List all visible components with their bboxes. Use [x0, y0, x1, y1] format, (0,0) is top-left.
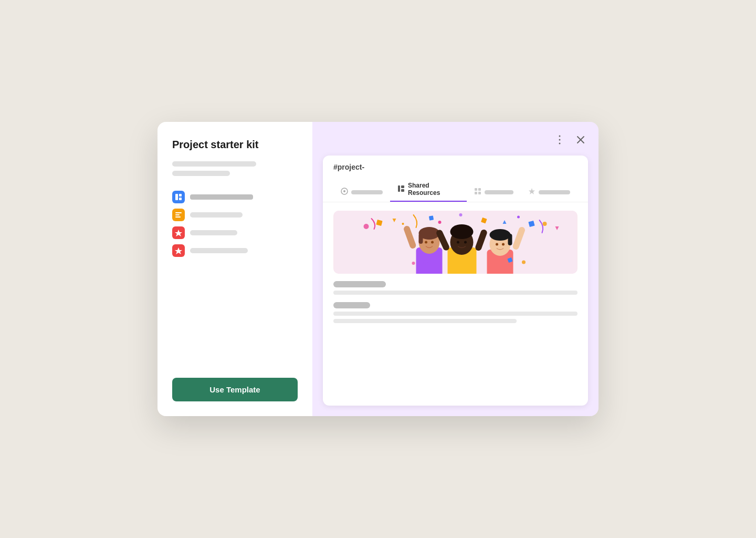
skeleton-placeholder: [172, 161, 298, 180]
svg-rect-25: [429, 215, 434, 220]
list-item[interactable]: [172, 191, 298, 203]
channel-icon-automation2: [172, 244, 185, 257]
list-item[interactable]: [172, 244, 298, 257]
svg-point-60: [412, 262, 415, 265]
svg-rect-2: [179, 198, 182, 200]
tab-label-skeleton-3: [485, 190, 513, 194]
tab-shared-resources[interactable]: Shared Resources: [390, 178, 467, 202]
svg-rect-16: [401, 185, 404, 188]
tab-1[interactable]: [333, 183, 390, 202]
svg-point-46: [450, 224, 474, 239]
close-button[interactable]: [573, 132, 588, 147]
svg-rect-17: [401, 189, 404, 192]
preview-window: #project-: [323, 156, 588, 406]
tab-label-shared-resources: Shared Resources: [408, 182, 459, 196]
tab-4[interactable]: [521, 183, 578, 202]
right-panel: #project-: [312, 122, 598, 416]
channel-icon-shared-resources: [172, 191, 185, 203]
content-heading-2: [333, 302, 370, 308]
tab-label-skeleton-1: [351, 190, 383, 194]
content-text-2b: [333, 319, 517, 323]
channel-label-3: [190, 230, 237, 235]
svg-rect-21: [478, 192, 481, 194]
svg-rect-3: [175, 212, 182, 213]
svg-rect-19: [478, 188, 481, 191]
svg-point-9: [559, 139, 561, 141]
use-template-button[interactable]: Use Template: [172, 378, 298, 401]
svg-point-29: [543, 222, 547, 226]
tab-icon-shared-resources: [397, 185, 405, 194]
svg-point-28: [364, 224, 369, 229]
content-block-2: [333, 302, 578, 323]
svg-rect-1: [179, 194, 182, 196]
channel-header: #project-: [323, 156, 588, 202]
svg-point-14: [343, 190, 345, 192]
channel-name: #project-: [333, 163, 578, 171]
svg-point-8: [559, 136, 561, 137]
svg-rect-20: [475, 192, 477, 194]
svg-point-34: [438, 221, 442, 224]
content-heading-1: [333, 281, 386, 287]
svg-point-47: [457, 241, 459, 244]
list-item[interactable]: [172, 226, 298, 239]
svg-marker-6: [175, 230, 182, 236]
svg-rect-54: [508, 234, 512, 245]
skeleton-line-1: [172, 161, 256, 167]
svg-rect-5: [175, 216, 181, 218]
svg-point-61: [522, 261, 526, 264]
svg-point-56: [502, 243, 505, 246]
channel-icon-tasks: [172, 209, 185, 221]
left-panel: Project starter kit: [158, 122, 312, 416]
right-panel-header: [323, 132, 588, 147]
channel-label-4: [190, 248, 248, 253]
channel-label-shared-resources: [190, 194, 253, 200]
svg-point-42: [431, 241, 434, 244]
svg-point-53: [490, 229, 511, 241]
svg-point-10: [559, 143, 561, 144]
content-text-2a: [333, 312, 578, 316]
celebration-illustration: [333, 211, 578, 274]
tab-icon-4: [528, 188, 536, 196]
svg-rect-40: [419, 233, 423, 244]
svg-point-36: [402, 223, 404, 225]
channel-label-2: [190, 212, 243, 218]
preview-content: [323, 202, 588, 406]
svg-rect-0: [175, 194, 178, 200]
svg-point-41: [425, 241, 427, 244]
skeleton-line-2: [172, 171, 230, 176]
content-block-1: [333, 281, 578, 295]
svg-point-48: [464, 241, 467, 244]
svg-rect-4: [175, 214, 180, 215]
list-item[interactable]: [172, 209, 298, 221]
svg-point-35: [517, 216, 520, 219]
svg-point-30: [459, 213, 463, 216]
svg-rect-18: [475, 188, 477, 191]
channel-icon-automation1: [172, 226, 185, 239]
more-options-button[interactable]: [552, 132, 567, 147]
tabs-row: Shared Resources: [333, 178, 578, 202]
svg-point-55: [496, 243, 498, 246]
modal: Project starter kit: [158, 122, 598, 416]
svg-marker-7: [175, 247, 182, 254]
tab-icon-1: [341, 188, 348, 196]
tab-icon-3: [474, 188, 481, 196]
content-text-1: [333, 291, 578, 295]
svg-rect-15: [398, 185, 400, 192]
svg-marker-22: [529, 188, 535, 194]
modal-title: Project starter kit: [172, 139, 298, 151]
tab-label-skeleton-4: [539, 190, 570, 194]
channel-list: [172, 191, 298, 378]
tab-3[interactable]: [467, 183, 521, 202]
